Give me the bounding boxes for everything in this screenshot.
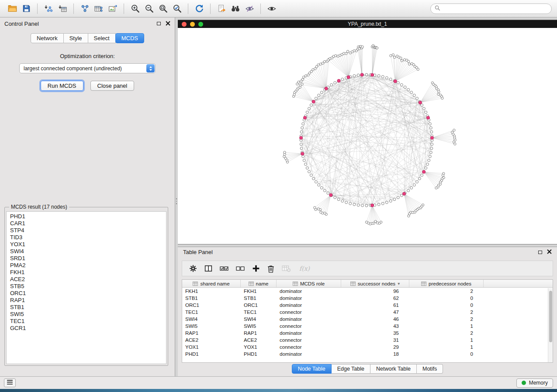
zoom-out-button[interactable]	[142, 2, 156, 15]
delete-row-button[interactable]	[267, 265, 274, 273]
sort-chevron-icon[interactable]: ▾	[398, 281, 400, 286]
close-table-panel-icon[interactable]	[547, 249, 552, 255]
table-cell[interactable]: 43	[341, 323, 409, 330]
table-cell[interactable]: 31	[341, 337, 409, 344]
table-cell[interactable]: RAP1	[241, 330, 277, 337]
table-cell[interactable]: 1	[409, 337, 484, 344]
table-settings-button[interactable]	[189, 265, 197, 272]
tab-select[interactable]: Select	[88, 33, 116, 43]
table-cell[interactable]: TEC1	[241, 309, 277, 316]
list-item[interactable]: FKH1	[10, 269, 163, 276]
table-cell[interactable]: dominator	[277, 288, 341, 295]
deselect-all-button[interactable]	[236, 265, 245, 272]
select-all-button[interactable]	[220, 265, 228, 272]
table-cell[interactable]: 0	[409, 351, 484, 358]
table-cell[interactable]: dominator	[277, 302, 341, 309]
table-cell[interactable]: 35	[341, 330, 409, 337]
list-item[interactable]: ACE2	[10, 276, 163, 283]
column-header-successor-nodes[interactable]: successor nodes▾	[341, 280, 409, 287]
table-row[interactable]: PHD1PHD1dominator180	[182, 351, 553, 358]
table-cell[interactable]: PHD1	[182, 351, 241, 358]
network-table-button[interactable]	[92, 2, 106, 15]
table-row[interactable]: FKH1FKH1dominator962	[182, 288, 553, 295]
table-cell[interactable]: dominator	[277, 316, 341, 323]
minimize-window-icon[interactable]	[190, 22, 195, 27]
table-cell[interactable]: FKH1	[241, 288, 277, 295]
close-panel-icon[interactable]	[166, 21, 170, 27]
table-cell[interactable]: connector	[277, 344, 341, 351]
table-scrollbar[interactable]	[548, 288, 553, 362]
add-row-button[interactable]	[252, 265, 260, 272]
table-cell[interactable]: ACE2	[241, 337, 277, 344]
table-cell[interactable]: 0	[409, 295, 484, 302]
table-cell[interactable]: dominator	[277, 295, 341, 302]
table-cell[interactable]: dominator	[277, 330, 341, 337]
table-row[interactable]: STB1STB1dominator620	[182, 295, 553, 302]
table-cell[interactable]: 0	[409, 302, 484, 309]
list-item[interactable]: STB5	[10, 283, 163, 290]
list-item[interactable]: SRD1	[10, 255, 163, 262]
table-row[interactable]: YOX1YOX1connector291	[182, 344, 553, 351]
table-cell[interactable]: 61	[341, 302, 409, 309]
list-item[interactable]: TEC1	[10, 318, 163, 325]
table-cell[interactable]: YOX1	[182, 344, 241, 351]
list-item[interactable]: PHD1	[10, 213, 163, 220]
list-item[interactable]: SWI4	[10, 248, 163, 255]
close-panel-button[interactable]: Close panel	[90, 81, 135, 91]
table-cell[interactable]: SWI4	[241, 316, 277, 323]
table-cell[interactable]: 1	[409, 344, 484, 351]
show-columns-button[interactable]	[204, 265, 212, 272]
table-cell[interactable]: FKH1	[182, 288, 241, 295]
table-cell[interactable]: ORC1	[241, 302, 277, 309]
hide-button[interactable]	[242, 2, 256, 15]
list-item[interactable]: SWI5	[10, 311, 163, 318]
table-cell[interactable]: 96	[341, 288, 409, 295]
tab-style[interactable]: Style	[64, 33, 88, 43]
export-image-button[interactable]	[106, 2, 120, 15]
tab-edge-table[interactable]: Edge Table	[332, 364, 370, 374]
table-cell[interactable]: 2	[409, 330, 484, 337]
table-cell[interactable]: SWI5	[182, 323, 241, 330]
list-item[interactable]: TID3	[10, 234, 163, 241]
network-window-titlebar[interactable]: YPA_prune.txt_1	[178, 20, 557, 28]
column-header-name[interactable]: name	[241, 280, 277, 287]
table-cell[interactable]: ACE2	[182, 337, 241, 344]
run-mcds-button[interactable]: Run MCDS	[41, 81, 83, 91]
table-cell[interactable]: TEC1	[182, 309, 241, 316]
table-cell[interactable]: ORC1	[182, 302, 241, 309]
new-network-button[interactable]	[78, 2, 92, 15]
zoom-in-button[interactable]	[128, 2, 142, 15]
close-window-icon[interactable]	[182, 22, 187, 27]
table-row[interactable]: SWI4SWI4dominator462	[182, 316, 553, 323]
table-cell[interactable]: 47	[341, 309, 409, 316]
float-panel-icon[interactable]	[157, 22, 161, 25]
network-canvas[interactable]	[178, 28, 557, 244]
import-network-button[interactable]	[42, 2, 55, 15]
float-table-panel-icon[interactable]	[538, 251, 542, 254]
table-cell[interactable]: dominator	[277, 351, 341, 358]
table-cell[interactable]: 62	[341, 295, 409, 302]
table-cell[interactable]: YOX1	[241, 344, 277, 351]
table-cell[interactable]: STB1	[182, 295, 241, 302]
table-cell[interactable]: 29	[341, 344, 409, 351]
list-item[interactable]: STB1	[10, 304, 163, 311]
list-item[interactable]: CAR1	[10, 220, 163, 227]
search-input[interactable]	[443, 6, 547, 12]
table-cell[interactable]: RAP1	[182, 330, 241, 337]
column-header-predecessor-nodes[interactable]: predecessor nodes	[409, 280, 484, 287]
share-document-button[interactable]	[214, 2, 228, 15]
memory-button[interactable]: Memory	[516, 378, 553, 388]
find-button[interactable]	[228, 2, 242, 15]
table-cell[interactable]: SWI5	[241, 323, 277, 330]
tab-node-table[interactable]: Node Table	[292, 364, 332, 374]
table-row[interactable]: RAP1RAP1dominator352	[182, 330, 553, 337]
search-box[interactable]	[430, 3, 552, 14]
table-cell[interactable]: SWI4	[182, 316, 241, 323]
tab-motifs[interactable]: Motifs	[417, 364, 443, 374]
tab-network[interactable]: Network	[31, 33, 64, 43]
table-cell[interactable]: 46	[341, 316, 409, 323]
table-row[interactable]: SWI5SWI5connector431	[182, 323, 553, 330]
column-header-shared-name[interactable]: shared name	[182, 280, 241, 287]
zoom-fit-button[interactable]	[156, 2, 170, 15]
optimization-criterion-select[interactable]: largest connected component (undirected)	[19, 63, 156, 73]
